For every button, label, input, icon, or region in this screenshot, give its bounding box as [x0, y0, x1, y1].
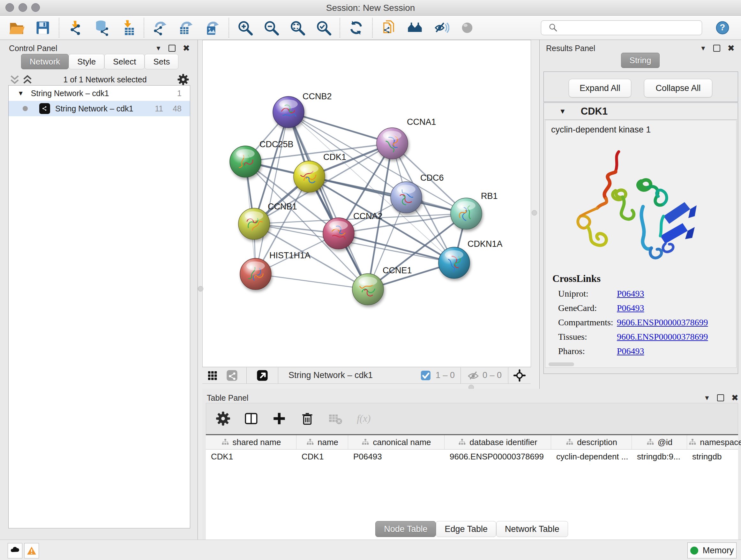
edge-CCNB2-CCNA1[interactable] — [288, 112, 392, 143]
tab-network[interactable]: Network — [21, 54, 69, 69]
panel-close-icon[interactable]: ✖ — [731, 393, 738, 403]
home-network-icon[interactable] — [406, 19, 424, 37]
panel-float-icon[interactable] — [713, 45, 720, 52]
panel-float-icon[interactable] — [717, 394, 724, 401]
fx-icon[interactable]: f(x) — [355, 411, 372, 427]
collapse-all-button[interactable]: Collapse All — [644, 79, 712, 98]
fit-selected-crosshair-icon[interactable] — [512, 368, 527, 383]
table-cell[interactable]: cyclin-dependent ... — [551, 452, 632, 462]
column-header-description[interactable]: description — [551, 435, 632, 449]
tab-string[interactable]: String — [621, 53, 660, 68]
panel-close-icon[interactable]: ✖ — [183, 43, 190, 53]
zoom-fit-icon[interactable] — [288, 19, 307, 37]
column-header-canonical-name[interactable]: canonical name — [348, 435, 445, 449]
panel-menu-icon[interactable]: ▼ — [700, 45, 706, 52]
edge-CCNA2-CDKN1A[interactable] — [339, 233, 454, 263]
refresh-icon[interactable] — [347, 19, 365, 37]
expand-all-icon[interactable] — [21, 73, 34, 86]
grid-view-icon[interactable] — [205, 368, 220, 383]
node-CCNE1[interactable] — [352, 273, 384, 305]
share-document-icon[interactable] — [380, 19, 398, 37]
table-cell[interactable]: stringdb:9... — [632, 452, 687, 462]
memory-button[interactable]: Memory — [687, 543, 737, 558]
column-header-database-identifier[interactable]: database identifier — [445, 435, 551, 449]
tree-expander-icon[interactable]: ▼ — [17, 90, 24, 97]
tree-row-collection[interactable]: ▼ String Network – cdk1 1 — [9, 85, 190, 101]
trash-icon[interactable] — [299, 411, 315, 427]
birds-eye-view-icon[interactable] — [255, 368, 270, 383]
crosslink-link[interactable]: P06493 — [617, 289, 644, 299]
panel-menu-icon[interactable]: ▼ — [155, 45, 162, 52]
table-cell[interactable]: CDK1 — [296, 452, 348, 462]
help-icon[interactable]: ? — [714, 19, 731, 37]
warning-status-button[interactable] — [24, 543, 39, 558]
network-options-gear-icon[interactable] — [176, 72, 190, 86]
node-CDC6[interactable] — [391, 182, 422, 213]
column-header-namespace[interactable]: namespace — [687, 435, 741, 449]
share-view-icon[interactable] — [225, 368, 239, 383]
panel-close-icon[interactable]: ✖ — [727, 43, 735, 53]
table-cell[interactable]: CDK1 — [206, 452, 296, 462]
cloud-status-button[interactable] — [8, 543, 22, 558]
search-box[interactable] — [541, 20, 702, 35]
node-CCNA1[interactable] — [377, 128, 408, 159]
search-input[interactable] — [562, 21, 698, 35]
open-folder-icon[interactable] — [8, 19, 25, 37]
table-cell[interactable]: P06493 — [348, 452, 445, 462]
show-graphics-icon[interactable] — [458, 19, 476, 37]
crosslink-link[interactable]: P06493 — [617, 303, 644, 313]
node-CDC25B[interactable] — [230, 146, 261, 177]
import-table-icon[interactable] — [119, 19, 137, 37]
node-CCNA2[interactable] — [323, 218, 354, 249]
column-header-name[interactable]: name — [296, 435, 348, 449]
results-hscrollbar-thumb[interactable] — [549, 362, 574, 366]
table-cell[interactable]: 9606.ENSP00000378699 — [445, 452, 551, 462]
selected-checkbox-icon[interactable] — [418, 368, 433, 383]
zoom-out-icon[interactable] — [262, 19, 280, 37]
panel-menu-icon[interactable]: ▼ — [704, 394, 711, 401]
crosslink-link[interactable]: 9606.ENSP00000378699 — [617, 317, 708, 327]
tab-style[interactable]: Style — [69, 54, 105, 69]
node-RB1[interactable] — [451, 198, 482, 229]
expand-all-button[interactable]: Expand All — [569, 79, 631, 98]
zoom-selected-icon[interactable] — [315, 19, 333, 37]
tab-sets[interactable]: Sets — [145, 54, 179, 69]
zoom-in-icon[interactable] — [236, 19, 254, 37]
tab-node-table[interactable]: Node Table — [375, 521, 436, 537]
node-result-header[interactable]: ▼ CDK1 — [544, 104, 737, 120]
export-image-icon[interactable] — [204, 19, 221, 37]
node-CDKN1A[interactable] — [439, 247, 470, 278]
node-CDK1[interactable] — [293, 161, 325, 192]
save-icon[interactable] — [34, 19, 52, 37]
edge-CCNB2-HIST1H1A[interactable] — [256, 112, 288, 274]
export-table-icon[interactable] — [178, 19, 195, 37]
node-CCNB2[interactable] — [273, 97, 304, 128]
crosslink-link[interactable]: P06493 — [617, 346, 644, 356]
export-network-icon[interactable] — [151, 19, 169, 37]
tab-network-table[interactable]: Network Table — [496, 521, 568, 537]
import-network-icon[interactable] — [66, 19, 84, 37]
tab-select[interactable]: Select — [105, 54, 145, 69]
panel-float-icon[interactable] — [169, 45, 176, 52]
crosslink-link[interactable]: 9606.ENSP00000378699 — [617, 332, 708, 342]
tab-edge-table[interactable]: Edge Table — [436, 521, 496, 537]
edge-HIST1H1A-CCNE1[interactable] — [256, 274, 368, 289]
node-HIST1H1A[interactable] — [240, 258, 271, 290]
column-header-shared-name[interactable]: shared name — [206, 435, 296, 449]
left-splitter-handle[interactable] — [198, 286, 203, 292]
collapse-triangle-icon[interactable]: ▼ — [559, 107, 566, 116]
node-CCNB1[interactable] — [239, 208, 270, 240]
table-row[interactable]: CDK1CDK1P064939606.ENSP00000378699cyclin… — [206, 449, 738, 463]
right-splitter-handle[interactable] — [532, 210, 537, 215]
split-columns-icon[interactable] — [243, 411, 259, 427]
table-delete-icon[interactable] — [327, 411, 343, 427]
hide-graphics-icon[interactable] — [432, 19, 450, 37]
column-header--id[interactable]: @id — [632, 435, 687, 449]
settings-gear-icon[interactable] — [215, 411, 231, 427]
edge-CCNB2-CCNE1[interactable] — [288, 112, 368, 289]
network-canvas[interactable]: CCNB2CCNA1CDC25BCDK1CDC6RB1CCNB1CCNA2CDK… — [202, 40, 531, 367]
tree-row-network[interactable]: String Network – cdk1 11 48 — [9, 101, 190, 116]
network-graph[interactable]: CCNB2CCNA1CDC25BCDK1CDC6RB1CCNB1CCNA2CDK… — [203, 40, 531, 367]
add-plus-icon[interactable] — [271, 411, 287, 427]
import-database-icon[interactable] — [92, 19, 111, 37]
